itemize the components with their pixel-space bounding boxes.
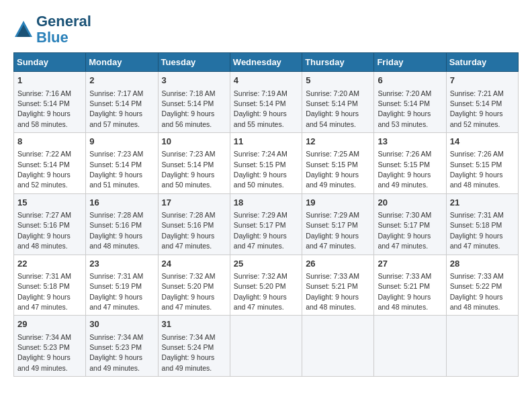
day-info: Sunrise: 7:22 AM Sunset: 5:14 PM Dayligh… xyxy=(17,150,71,189)
day-info: Sunrise: 7:25 AM Sunset: 5:15 PM Dayligh… xyxy=(306,150,359,189)
calendar-week-row: 22Sunrise: 7:31 AM Sunset: 5:18 PM Dayli… xyxy=(14,255,519,316)
calendar-cell: 9Sunrise: 7:23 AM Sunset: 5:14 PM Daylig… xyxy=(86,133,158,194)
calendar-cell xyxy=(446,316,518,377)
day-number: 23 xyxy=(89,258,154,270)
day-info: Sunrise: 7:34 AM Sunset: 5:23 PM Dayligh… xyxy=(17,333,71,372)
calendar-cell: 30Sunrise: 7:34 AM Sunset: 5:23 PM Dayli… xyxy=(86,316,158,377)
day-number: 31 xyxy=(162,318,226,330)
day-number: 25 xyxy=(234,258,298,270)
day-info: Sunrise: 7:20 AM Sunset: 5:14 PM Dayligh… xyxy=(378,89,431,128)
day-number: 27 xyxy=(378,258,442,270)
calendar-cell: 27Sunrise: 7:33 AM Sunset: 5:21 PM Dayli… xyxy=(374,255,446,316)
day-number: 28 xyxy=(450,258,515,270)
day-info: Sunrise: 7:31 AM Sunset: 5:19 PM Dayligh… xyxy=(89,272,143,311)
day-number: 22 xyxy=(17,258,82,270)
calendar-cell xyxy=(302,316,374,377)
weekday-header-wednesday: Wednesday xyxy=(230,53,302,72)
calendar-cell: 19Sunrise: 7:29 AM Sunset: 5:17 PM Dayli… xyxy=(302,193,374,255)
weekday-header-monday: Monday xyxy=(86,53,158,72)
weekday-header-row: SundayMondayTuesdayWednesdayThursdayFrid… xyxy=(14,53,519,72)
day-info: Sunrise: 7:32 AM Sunset: 5:20 PM Dayligh… xyxy=(234,272,287,311)
day-info: Sunrise: 7:34 AM Sunset: 5:23 PM Dayligh… xyxy=(89,333,143,372)
day-number: 21 xyxy=(450,197,515,209)
page-header: GeneralBlue xyxy=(13,13,519,46)
day-number: 19 xyxy=(306,197,370,209)
day-number: 5 xyxy=(306,75,370,87)
calendar-cell: 13Sunrise: 7:26 AM Sunset: 5:15 PM Dayli… xyxy=(374,133,446,194)
calendar-cell: 8Sunrise: 7:22 AM Sunset: 5:14 PM Daylig… xyxy=(14,133,86,194)
day-number: 13 xyxy=(378,136,442,148)
calendar-body: 1Sunrise: 7:16 AM Sunset: 5:14 PM Daylig… xyxy=(14,72,519,377)
day-number: 20 xyxy=(378,197,442,209)
day-info: Sunrise: 7:16 AM Sunset: 5:14 PM Dayligh… xyxy=(17,89,71,128)
day-number: 26 xyxy=(306,258,370,270)
day-info: Sunrise: 7:31 AM Sunset: 5:18 PM Dayligh… xyxy=(450,211,504,250)
calendar-cell: 2Sunrise: 7:17 AM Sunset: 5:14 PM Daylig… xyxy=(86,72,158,133)
day-number: 8 xyxy=(17,136,82,148)
calendar-cell: 29Sunrise: 7:34 AM Sunset: 5:23 PM Dayli… xyxy=(14,316,86,377)
calendar-cell: 18Sunrise: 7:29 AM Sunset: 5:17 PM Dayli… xyxy=(230,193,302,255)
calendar-week-row: 1Sunrise: 7:16 AM Sunset: 5:14 PM Daylig… xyxy=(14,72,519,133)
day-info: Sunrise: 7:19 AM Sunset: 5:14 PM Dayligh… xyxy=(234,89,287,128)
day-info: Sunrise: 7:17 AM Sunset: 5:14 PM Dayligh… xyxy=(89,89,143,128)
day-info: Sunrise: 7:26 AM Sunset: 5:15 PM Dayligh… xyxy=(450,150,504,189)
day-number: 12 xyxy=(306,136,370,148)
day-info: Sunrise: 7:27 AM Sunset: 5:16 PM Dayligh… xyxy=(17,211,71,250)
calendar-cell xyxy=(374,316,446,377)
day-info: Sunrise: 7:31 AM Sunset: 5:18 PM Dayligh… xyxy=(17,272,71,311)
day-info: Sunrise: 7:21 AM Sunset: 5:14 PM Dayligh… xyxy=(450,89,504,128)
day-number: 29 xyxy=(17,318,82,330)
weekday-header-friday: Friday xyxy=(374,53,446,72)
calendar-week-row: 15Sunrise: 7:27 AM Sunset: 5:16 PM Dayli… xyxy=(14,193,519,255)
calendar-cell: 16Sunrise: 7:28 AM Sunset: 5:16 PM Dayli… xyxy=(86,193,158,255)
day-info: Sunrise: 7:20 AM Sunset: 5:14 PM Dayligh… xyxy=(306,89,359,128)
calendar-cell: 26Sunrise: 7:33 AM Sunset: 5:21 PM Dayli… xyxy=(302,255,374,316)
calendar-table: SundayMondayTuesdayWednesdayThursdayFrid… xyxy=(13,52,519,377)
day-info: Sunrise: 7:29 AM Sunset: 5:17 PM Dayligh… xyxy=(306,211,359,250)
day-info: Sunrise: 7:33 AM Sunset: 5:22 PM Dayligh… xyxy=(450,272,504,311)
weekday-header-saturday: Saturday xyxy=(446,53,518,72)
day-info: Sunrise: 7:29 AM Sunset: 5:17 PM Dayligh… xyxy=(234,211,287,250)
weekday-header-thursday: Thursday xyxy=(302,53,374,72)
day-info: Sunrise: 7:33 AM Sunset: 5:21 PM Dayligh… xyxy=(378,272,431,311)
day-number: 30 xyxy=(89,318,154,330)
logo-icon xyxy=(13,19,34,40)
day-number: 15 xyxy=(17,197,82,209)
day-info: Sunrise: 7:30 AM Sunset: 5:17 PM Dayligh… xyxy=(378,211,431,250)
calendar-week-row: 8Sunrise: 7:22 AM Sunset: 5:14 PM Daylig… xyxy=(14,133,519,194)
day-number: 9 xyxy=(89,136,154,148)
calendar-cell: 4Sunrise: 7:19 AM Sunset: 5:14 PM Daylig… xyxy=(230,72,302,133)
day-number: 10 xyxy=(162,136,226,148)
weekday-header-sunday: Sunday xyxy=(14,53,86,72)
day-info: Sunrise: 7:34 AM Sunset: 5:24 PM Dayligh… xyxy=(162,333,216,372)
calendar-cell: 3Sunrise: 7:18 AM Sunset: 5:14 PM Daylig… xyxy=(158,72,230,133)
day-info: Sunrise: 7:32 AM Sunset: 5:20 PM Dayligh… xyxy=(162,272,216,311)
calendar-cell: 14Sunrise: 7:26 AM Sunset: 5:15 PM Dayli… xyxy=(446,133,518,194)
calendar-cell: 7Sunrise: 7:21 AM Sunset: 5:14 PM Daylig… xyxy=(446,72,518,133)
calendar-cell: 22Sunrise: 7:31 AM Sunset: 5:18 PM Dayli… xyxy=(14,255,86,316)
calendar-cell: 1Sunrise: 7:16 AM Sunset: 5:14 PM Daylig… xyxy=(14,72,86,133)
logo: GeneralBlue xyxy=(13,13,91,46)
day-info: Sunrise: 7:33 AM Sunset: 5:21 PM Dayligh… xyxy=(306,272,359,311)
calendar-cell: 24Sunrise: 7:32 AM Sunset: 5:20 PM Dayli… xyxy=(158,255,230,316)
calendar-cell: 20Sunrise: 7:30 AM Sunset: 5:17 PM Dayli… xyxy=(374,193,446,255)
calendar-cell xyxy=(230,316,302,377)
day-number: 14 xyxy=(450,136,515,148)
calendar-cell: 6Sunrise: 7:20 AM Sunset: 5:14 PM Daylig… xyxy=(374,72,446,133)
day-info: Sunrise: 7:23 AM Sunset: 5:14 PM Dayligh… xyxy=(89,150,143,189)
day-info: Sunrise: 7:28 AM Sunset: 5:16 PM Dayligh… xyxy=(89,211,143,250)
day-number: 6 xyxy=(378,75,442,87)
day-number: 3 xyxy=(162,75,226,87)
day-info: Sunrise: 7:28 AM Sunset: 5:16 PM Dayligh… xyxy=(162,211,216,250)
day-number: 16 xyxy=(89,197,154,209)
day-number: 2 xyxy=(89,75,154,87)
calendar-cell: 25Sunrise: 7:32 AM Sunset: 5:20 PM Dayli… xyxy=(230,255,302,316)
day-info: Sunrise: 7:26 AM Sunset: 5:15 PM Dayligh… xyxy=(378,150,431,189)
day-info: Sunrise: 7:24 AM Sunset: 5:15 PM Dayligh… xyxy=(234,150,287,189)
day-number: 18 xyxy=(234,197,298,209)
day-number: 11 xyxy=(234,136,298,148)
calendar-cell: 10Sunrise: 7:23 AM Sunset: 5:14 PM Dayli… xyxy=(158,133,230,194)
calendar-cell: 28Sunrise: 7:33 AM Sunset: 5:22 PM Dayli… xyxy=(446,255,518,316)
calendar-cell: 17Sunrise: 7:28 AM Sunset: 5:16 PM Dayli… xyxy=(158,193,230,255)
calendar-cell: 5Sunrise: 7:20 AM Sunset: 5:14 PM Daylig… xyxy=(302,72,374,133)
